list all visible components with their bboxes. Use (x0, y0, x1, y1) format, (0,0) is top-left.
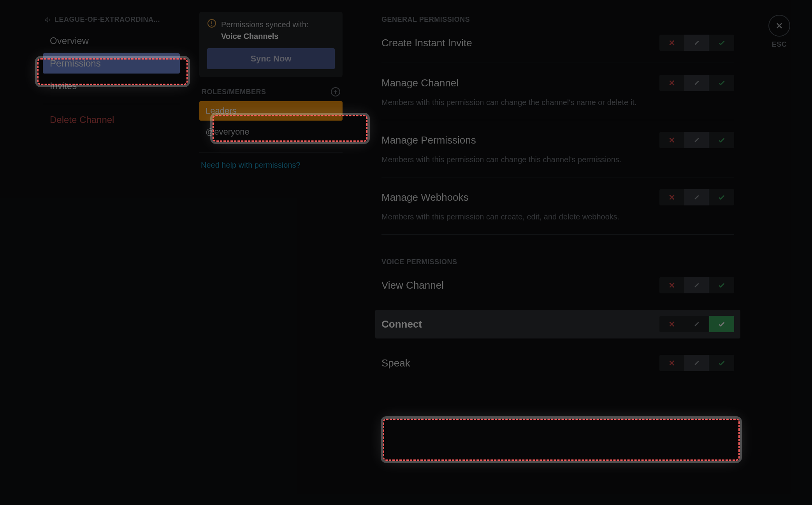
toggle-group-speak (659, 355, 734, 371)
sidebar-item-permissions[interactable]: Permissions (43, 53, 180, 74)
perm-title-manage-permissions: Manage Permissions (381, 134, 476, 146)
mid-divider (199, 153, 343, 153)
toggle-neutral[interactable] (684, 277, 709, 293)
perm-row-connect: Connect (375, 310, 740, 338)
toggle-allow[interactable] (709, 277, 734, 293)
sync-line1: Permissions synced with: (221, 20, 309, 29)
roles-header: ROLES/MEMBERS + (199, 87, 343, 96)
sync-box: Permissions synced with: Voice Channels … (199, 12, 343, 77)
sidebar-item-overview[interactable]: Overview (43, 31, 180, 51)
perm-title-manage-channel: Manage Channel (381, 77, 459, 89)
perm-divider (381, 120, 734, 120)
toggle-group-view-channel (659, 277, 734, 293)
toggle-allow[interactable] (709, 75, 734, 91)
channel-name-header: LEAGUE-OF-EXTRAORDINA... (43, 16, 180, 24)
toggle-neutral[interactable] (684, 132, 709, 148)
toggle-group-manage-permissions (659, 132, 734, 148)
perm-row-create-invite: Create Instant Invite (381, 35, 734, 51)
toggle-allow[interactable] (709, 189, 734, 205)
role-item-everyone[interactable]: @everyone (199, 122, 343, 142)
perm-row-speak: Speak (381, 355, 734, 371)
toggle-deny[interactable] (659, 132, 684, 148)
role-item-leaders[interactable]: Leaders (199, 101, 343, 121)
toggle-allow[interactable] (709, 316, 734, 332)
toggle-deny[interactable] (659, 316, 684, 332)
toggle-allow[interactable] (709, 35, 734, 51)
perm-title-create-invite: Create Instant Invite (381, 37, 472, 49)
sync-line2: Voice Channels (221, 30, 309, 42)
section-general-permissions: GENERAL PERMISSIONS (381, 16, 734, 24)
settings-sidebar: LEAGUE-OF-EXTRAORDINA... Overview Permis… (0, 0, 192, 505)
toggle-deny[interactable] (659, 189, 684, 205)
sidebar-item-invites[interactable]: Invites (43, 76, 180, 96)
toggle-group-create-invite (659, 35, 734, 51)
toggle-allow[interactable] (709, 355, 734, 371)
toggle-neutral[interactable] (684, 316, 709, 332)
toggle-deny[interactable] (659, 355, 684, 371)
perm-title-connect: Connect (381, 318, 422, 330)
perm-divider (381, 234, 734, 235)
toggle-deny[interactable] (659, 35, 684, 51)
toggle-neutral[interactable] (684, 189, 709, 205)
toggle-allow[interactable] (709, 132, 734, 148)
permissions-panel: GENERAL PERMISSIONS Create Instant Invit… (350, 0, 812, 505)
toggle-neutral[interactable] (684, 355, 709, 371)
channel-name-text: LEAGUE-OF-EXTRAORDINA... (54, 16, 160, 24)
volume-icon (44, 16, 51, 23)
close-button[interactable] (768, 15, 790, 37)
help-permissions-link[interactable]: Need help with permissions? (199, 161, 343, 170)
toggle-neutral[interactable] (684, 75, 709, 91)
roles-column: Permissions synced with: Voice Channels … (192, 0, 350, 505)
toggle-deny[interactable] (659, 75, 684, 91)
esc-label: ESC (772, 40, 787, 49)
toggle-group-connect (659, 316, 734, 332)
section-voice-permissions: VOICE PERMISSIONS (381, 258, 734, 266)
toggle-group-manage-channel (659, 75, 734, 91)
perm-divider (381, 177, 734, 177)
roles-header-label: ROLES/MEMBERS (202, 88, 266, 96)
perm-row-manage-channel: Manage Channel (381, 75, 734, 91)
toggle-neutral[interactable] (684, 35, 709, 51)
perm-desc-manage-channel: Members with this permission can change … (381, 96, 701, 108)
sidebar-divider (43, 104, 180, 104)
perm-title-view-channel: View Channel (381, 279, 444, 291)
perm-desc-manage-permissions: Members with this permission can change … (381, 154, 701, 165)
perm-title-speak: Speak (381, 357, 410, 369)
perm-row-manage-permissions: Manage Permissions (381, 132, 734, 148)
perm-divider (381, 63, 734, 63)
close-group: ESC (768, 15, 790, 49)
svg-point-2 (211, 25, 213, 26)
toggle-group-manage-webhooks (659, 189, 734, 205)
perm-row-manage-webhooks: Manage Webhooks (381, 189, 734, 205)
perm-title-manage-webhooks: Manage Webhooks (381, 191, 469, 203)
perm-desc-manage-webhooks: Members with this permission can create,… (381, 211, 701, 223)
sidebar-item-delete-channel[interactable]: Delete Channel (43, 110, 180, 130)
toggle-deny[interactable] (659, 277, 684, 293)
warning-icon (207, 19, 216, 28)
add-role-button[interactable]: + (331, 87, 340, 96)
sync-now-button[interactable]: Sync Now (207, 48, 335, 69)
perm-row-view-channel: View Channel (381, 277, 734, 293)
